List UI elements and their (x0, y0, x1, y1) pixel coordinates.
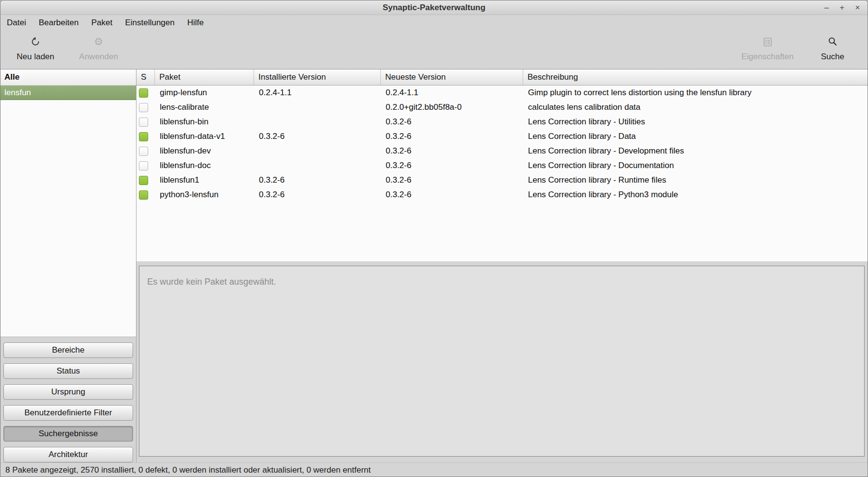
column-header-status[interactable]: S (136, 69, 155, 85)
menu-einstellungen[interactable]: Einstellungen (119, 16, 181, 30)
latest-version: 0.3.2-6 (381, 115, 523, 129)
sidebar: Alle lensfun BereicheStatusUrsprungBenut… (0, 69, 136, 462)
latest-version: 0.3.2-6 (381, 187, 523, 202)
table-row[interactable]: lens-calibrate0.2.0+git2.bb05f8a-0calcul… (136, 100, 868, 115)
latest-version: 0.2.0+git2.bb05f8a-0 (381, 100, 523, 115)
menu-datei[interactable]: Datei (0, 16, 33, 30)
menubar: DateiBearbeitenPaketEinstellungenHilfe (0, 15, 868, 31)
package-description: Lens Correction library - Data (523, 129, 868, 144)
package-description: Gimp plugin to correct lens distortion u… (523, 85, 868, 100)
installed-version: 0.2.4-1.1 (254, 85, 381, 100)
installed-version (254, 100, 381, 115)
menu-paket[interactable]: Paket (85, 16, 119, 30)
package-status-checkbox[interactable] (139, 176, 148, 185)
search-label: Suche (821, 52, 844, 62)
reload-button[interactable]: Neu laden (11, 36, 60, 62)
toolbar: Neu laden ⚙ Anwenden Eigenschaften (0, 31, 868, 69)
package-status-checkbox[interactable] (139, 190, 148, 200)
column-header-package[interactable]: Paket (155, 69, 254, 85)
package-status-checkbox[interactable] (139, 147, 148, 156)
table-row[interactable]: liblensfun10.3.2-60.3.2-6Lens Correction… (136, 173, 868, 187)
search-icon (827, 36, 838, 48)
status-cell (136, 144, 155, 158)
installed-version (254, 115, 381, 129)
table-row[interactable]: liblensfun-data-v10.3.2-60.3.2-6Lens Cor… (136, 129, 868, 144)
package-description: Lens Correction library - Development fi… (523, 144, 868, 158)
latest-version: 0.3.2-6 (381, 158, 523, 173)
details-placeholder: Es wurde kein Paket ausgewählt. (139, 266, 864, 298)
sidebar-buttons: BereicheStatusUrsprungBenutzerdefinierte… (0, 337, 136, 462)
package-description: Lens Correction library - Utilities (523, 115, 868, 129)
installed-version: 0.3.2-6 (254, 173, 381, 187)
package-name: liblensfun-dev (155, 144, 254, 158)
properties-icon (763, 36, 773, 48)
menu-hilfe[interactable]: Hilfe (181, 16, 210, 30)
installed-version: 0.3.2-6 (254, 187, 381, 202)
table-header: S Paket Installierte Version Neueste Ver… (136, 69, 868, 85)
close-button[interactable]: × (853, 3, 862, 12)
status-text: 8 Pakete angezeigt, 2570 installiert, 0 … (5, 465, 371, 475)
status-cell (136, 158, 155, 173)
sidebar-button-architektur[interactable]: Architektur (3, 447, 133, 462)
menu-bearbeiten[interactable]: Bearbeiten (33, 16, 85, 30)
filter-list-header[interactable]: Alle (0, 69, 136, 85)
properties-label: Eigenschaften (741, 52, 794, 62)
apply-label: Anwenden (79, 52, 118, 62)
package-name: python3-lensfun (155, 187, 254, 202)
latest-version: 0.3.2-6 (381, 129, 523, 144)
package-description: Lens Correction library - Documentation (523, 158, 868, 173)
properties-button[interactable]: Eigenschaften (741, 36, 794, 62)
latest-version: 0.3.2-6 (381, 173, 523, 187)
filter-list: Alle lensfun (0, 69, 136, 337)
window-controls: – + × (822, 0, 862, 15)
status-cell (136, 173, 155, 187)
search-button[interactable]: Suche (808, 36, 857, 62)
package-status-checkbox[interactable] (139, 118, 148, 127)
details-panel: Es wurde kein Paket ausgewählt. (139, 266, 865, 457)
column-header-description[interactable]: Beschreibung (523, 69, 868, 85)
package-status-checkbox[interactable] (139, 88, 148, 98)
package-status-checkbox[interactable] (139, 132, 148, 141)
package-status-checkbox[interactable] (139, 161, 148, 170)
table-row[interactable]: liblensfun-bin0.3.2-6Lens Correction lib… (136, 115, 868, 129)
sidebar-button-status[interactable]: Status (3, 363, 133, 379)
apply-button[interactable]: ⚙ Anwenden (74, 36, 123, 62)
filter-item-lensfun[interactable]: lensfun (0, 85, 136, 100)
package-name: lens-calibrate (155, 100, 254, 115)
sidebar-button-bereiche[interactable]: Bereiche (3, 342, 133, 358)
sidebar-button-ursprung[interactable]: Ursprung (3, 384, 133, 400)
column-header-installed-version[interactable]: Installierte Version (254, 69, 381, 85)
minimize-button[interactable]: – (822, 3, 831, 12)
package-name: liblensfun-data-v1 (155, 129, 254, 144)
sidebar-button-benutzerdefinierte-filter[interactable]: Benutzerdefinierte Filter (3, 405, 133, 421)
column-header-latest-version[interactable]: Neueste Version (381, 69, 523, 85)
package-status-checkbox[interactable] (139, 103, 148, 112)
content: Alle lensfun BereicheStatusUrsprungBenut… (0, 69, 868, 462)
window-title: Synaptic-Paketverwaltung (383, 3, 486, 13)
package-name: gimp-lensfun (155, 85, 254, 100)
table-row[interactable]: liblensfun-dev0.3.2-6Lens Correction lib… (136, 144, 868, 158)
reload-icon (30, 36, 41, 48)
status-cell (136, 187, 155, 202)
table-row[interactable]: python3-lensfun0.3.2-60.3.2-6Lens Correc… (136, 187, 868, 202)
latest-version: 0.3.2-6 (381, 144, 523, 158)
reload-label: Neu laden (17, 52, 54, 62)
package-name: liblensfun1 (155, 173, 254, 187)
latest-version: 0.2.4-1.1 (381, 85, 523, 100)
table-row[interactable]: liblensfun-doc0.3.2-6Lens Correction lib… (136, 158, 868, 173)
package-description: calculates lens calibration data (523, 100, 868, 115)
package-description: Lens Correction library - Runtime files (523, 173, 868, 187)
statusbar: 8 Pakete angezeigt, 2570 installiert, 0 … (0, 462, 868, 477)
synaptic-window: Synaptic-Paketverwaltung – + × DateiBear… (0, 0, 868, 477)
status-cell (136, 100, 155, 115)
titlebar: Synaptic-Paketverwaltung – + × (0, 0, 868, 15)
sidebar-button-suchergebnisse[interactable]: Suchergebnisse (3, 426, 133, 442)
package-description: Lens Correction library - Python3 module (523, 187, 868, 202)
maximize-button[interactable]: + (838, 3, 846, 12)
main-area: S Paket Installierte Version Neueste Ver… (136, 69, 868, 462)
installed-version (254, 144, 381, 158)
table-row[interactable]: gimp-lensfun0.2.4-1.10.2.4-1.1Gimp plugi… (136, 85, 868, 100)
table-body: gimp-lensfun0.2.4-1.10.2.4-1.1Gimp plugi… (136, 85, 868, 202)
status-cell (136, 115, 155, 129)
package-name: liblensfun-bin (155, 115, 254, 129)
